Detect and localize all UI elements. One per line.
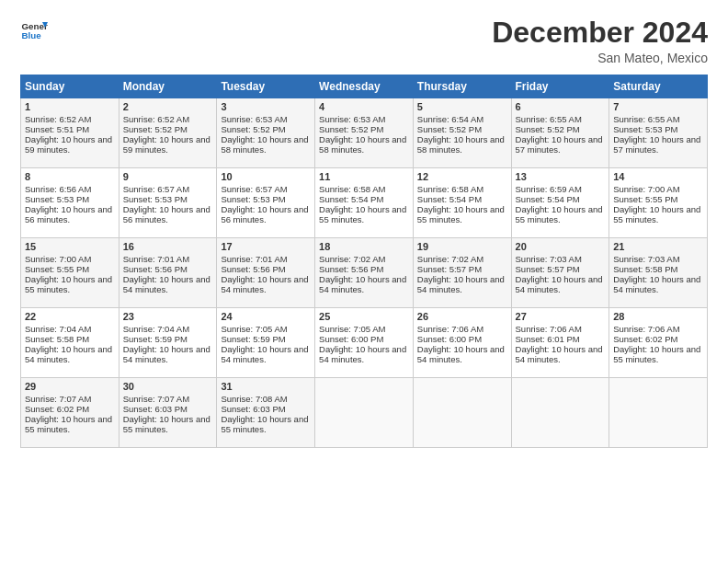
- day-number: 16: [123, 241, 213, 252]
- cell-2-5: 12Sunrise: 6:58 AMSunset: 5:54 PMDayligh…: [413, 168, 511, 238]
- sunrise-text: Sunrise: 6:52 AM: [25, 114, 91, 124]
- sunrise-text: Sunrise: 6:57 AM: [123, 184, 189, 194]
- sunrise-text: Sunrise: 7:01 AM: [123, 254, 189, 264]
- sunrise-text: Sunrise: 6:53 AM: [319, 114, 385, 124]
- sunset-text: Sunset: 5:53 PM: [221, 194, 285, 204]
- sunset-text: Sunset: 6:02 PM: [25, 404, 89, 414]
- day-number: 11: [319, 171, 409, 182]
- cell-3-7: 21Sunrise: 7:03 AMSunset: 5:58 PMDayligh…: [609, 238, 708, 308]
- header-wednesday: Wednesday: [315, 75, 414, 98]
- sunset-text: Sunset: 5:58 PM: [25, 334, 89, 344]
- location: San Mateo, Mexico: [492, 51, 708, 65]
- day-number: 4: [319, 101, 409, 112]
- daylight-text: Daylight: 10 hours and 54 minutes.: [123, 274, 210, 294]
- sunset-text: Sunset: 5:54 PM: [516, 194, 580, 204]
- title-area: December 2024 San Mateo, Mexico: [492, 17, 708, 65]
- sunset-text: Sunset: 6:03 PM: [123, 404, 188, 414]
- sunset-text: Sunset: 5:57 PM: [417, 264, 482, 274]
- cell-1-7: 7Sunrise: 6:55 AMSunset: 5:53 PMDaylight…: [609, 98, 708, 168]
- header: General Blue December 2024 San Mateo, Me…: [20, 17, 708, 65]
- cell-2-1: 8Sunrise: 6:56 AMSunset: 5:53 PMDaylight…: [21, 168, 119, 238]
- cell-4-7: 28Sunrise: 7:06 AMSunset: 6:02 PMDayligh…: [609, 308, 708, 378]
- daylight-text: Daylight: 10 hours and 54 minutes.: [221, 274, 308, 294]
- header-tuesday: Tuesday: [217, 75, 315, 98]
- daylight-text: Daylight: 10 hours and 55 minutes.: [221, 414, 308, 434]
- cell-1-3: 3Sunrise: 6:53 AMSunset: 5:52 PMDaylight…: [217, 98, 315, 168]
- cell-3-4: 18Sunrise: 7:02 AMSunset: 5:56 PMDayligh…: [315, 238, 414, 308]
- daylight-text: Daylight: 10 hours and 59 minutes.: [123, 134, 210, 155]
- sunset-text: Sunset: 5:56 PM: [123, 264, 188, 274]
- daylight-text: Daylight: 10 hours and 55 minutes.: [417, 204, 505, 224]
- daylight-text: Daylight: 10 hours and 54 minutes.: [516, 344, 603, 364]
- day-number: 3: [221, 101, 311, 112]
- sunrise-text: Sunrise: 6:54 AM: [417, 114, 483, 124]
- sunrise-text: Sunrise: 7:00 AM: [25, 254, 91, 264]
- cell-2-2: 9Sunrise: 6:57 AMSunset: 5:53 PMDaylight…: [119, 168, 217, 238]
- daylight-text: Daylight: 10 hours and 54 minutes.: [319, 344, 406, 364]
- sunrise-text: Sunrise: 7:04 AM: [25, 324, 91, 334]
- cell-5-3: 31Sunrise: 7:08 AMSunset: 6:03 PMDayligh…: [217, 378, 315, 448]
- daylight-text: Daylight: 10 hours and 56 minutes.: [221, 204, 308, 224]
- daylight-text: Daylight: 10 hours and 57 minutes.: [613, 134, 700, 155]
- daylight-text: Daylight: 10 hours and 54 minutes.: [516, 274, 603, 294]
- week-row-4: 22Sunrise: 7:04 AMSunset: 5:58 PMDayligh…: [21, 308, 708, 378]
- daylight-text: Daylight: 10 hours and 56 minutes.: [123, 204, 210, 224]
- sunset-text: Sunset: 5:55 PM: [613, 194, 677, 204]
- cell-5-6: [511, 378, 609, 448]
- day-number: 14: [613, 171, 703, 182]
- day-number: 8: [25, 171, 115, 182]
- daylight-text: Daylight: 10 hours and 55 minutes.: [123, 414, 210, 434]
- cell-3-1: 15Sunrise: 7:00 AMSunset: 5:55 PMDayligh…: [21, 238, 119, 308]
- cell-2-7: 14Sunrise: 7:00 AMSunset: 5:55 PMDayligh…: [609, 168, 708, 238]
- daylight-text: Daylight: 10 hours and 54 minutes.: [25, 344, 112, 364]
- cell-4-1: 22Sunrise: 7:04 AMSunset: 5:58 PMDayligh…: [21, 308, 119, 378]
- cell-1-1: 1Sunrise: 6:52 AMSunset: 5:51 PMDaylight…: [21, 98, 119, 168]
- cell-4-3: 24Sunrise: 7:05 AMSunset: 5:59 PMDayligh…: [217, 308, 315, 378]
- sunset-text: Sunset: 6:02 PM: [613, 334, 677, 344]
- sunset-text: Sunset: 6:00 PM: [417, 334, 482, 344]
- sunset-text: Sunset: 5:53 PM: [123, 194, 188, 204]
- cell-3-3: 17Sunrise: 7:01 AMSunset: 5:56 PMDayligh…: [217, 238, 315, 308]
- sunrise-text: Sunrise: 7:08 AM: [221, 394, 287, 404]
- sunset-text: Sunset: 5:53 PM: [613, 124, 677, 134]
- day-number: 25: [319, 311, 409, 322]
- week-row-1: 1Sunrise: 6:52 AMSunset: 5:51 PMDaylight…: [21, 98, 708, 168]
- sunrise-text: Sunrise: 7:06 AM: [613, 324, 679, 334]
- sunrise-text: Sunrise: 6:56 AM: [25, 184, 91, 194]
- daylight-text: Daylight: 10 hours and 55 minutes.: [613, 344, 700, 364]
- day-number: 6: [516, 101, 606, 112]
- cell-1-4: 4Sunrise: 6:53 AMSunset: 5:52 PMDaylight…: [315, 98, 414, 168]
- sunrise-text: Sunrise: 7:02 AM: [319, 254, 385, 264]
- daylight-text: Daylight: 10 hours and 55 minutes.: [613, 204, 700, 224]
- cell-1-5: 5Sunrise: 6:54 AMSunset: 5:52 PMDaylight…: [413, 98, 511, 168]
- sunrise-text: Sunrise: 7:07 AM: [123, 394, 189, 404]
- header-thursday: Thursday: [413, 75, 511, 98]
- header-sunday: Sunday: [21, 75, 119, 98]
- day-number: 2: [123, 101, 213, 112]
- header-friday: Friday: [511, 75, 609, 98]
- day-number: 7: [613, 101, 703, 112]
- sunrise-text: Sunrise: 6:53 AM: [221, 114, 287, 124]
- day-number: 1: [25, 101, 115, 112]
- day-number: 26: [417, 311, 507, 322]
- header-saturday: Saturday: [609, 75, 708, 98]
- cell-4-4: 25Sunrise: 7:05 AMSunset: 6:00 PMDayligh…: [315, 308, 414, 378]
- sunrise-text: Sunrise: 7:03 AM: [613, 254, 679, 264]
- logo-icon: General Blue: [20, 17, 48, 44]
- day-number: 9: [123, 171, 213, 182]
- sunrise-text: Sunrise: 6:58 AM: [319, 184, 385, 194]
- sunrise-text: Sunrise: 7:00 AM: [613, 184, 679, 194]
- sunrise-text: Sunrise: 7:03 AM: [516, 254, 582, 264]
- cell-5-1: 29Sunrise: 7:07 AMSunset: 6:02 PMDayligh…: [21, 378, 119, 448]
- daylight-text: Daylight: 10 hours and 58 minutes.: [417, 134, 505, 155]
- sunset-text: Sunset: 5:56 PM: [319, 264, 383, 274]
- header-row: Sunday Monday Tuesday Wednesday Thursday…: [21, 75, 708, 98]
- day-number: 24: [221, 311, 311, 322]
- cell-2-6: 13Sunrise: 6:59 AMSunset: 5:54 PMDayligh…: [511, 168, 609, 238]
- daylight-text: Daylight: 10 hours and 54 minutes.: [417, 344, 505, 364]
- cell-1-2: 2Sunrise: 6:52 AMSunset: 5:52 PMDaylight…: [119, 98, 217, 168]
- cell-4-5: 26Sunrise: 7:06 AMSunset: 6:00 PMDayligh…: [413, 308, 511, 378]
- daylight-text: Daylight: 10 hours and 55 minutes.: [319, 204, 406, 224]
- sunset-text: Sunset: 5:57 PM: [516, 264, 580, 274]
- daylight-text: Daylight: 10 hours and 55 minutes.: [25, 414, 112, 434]
